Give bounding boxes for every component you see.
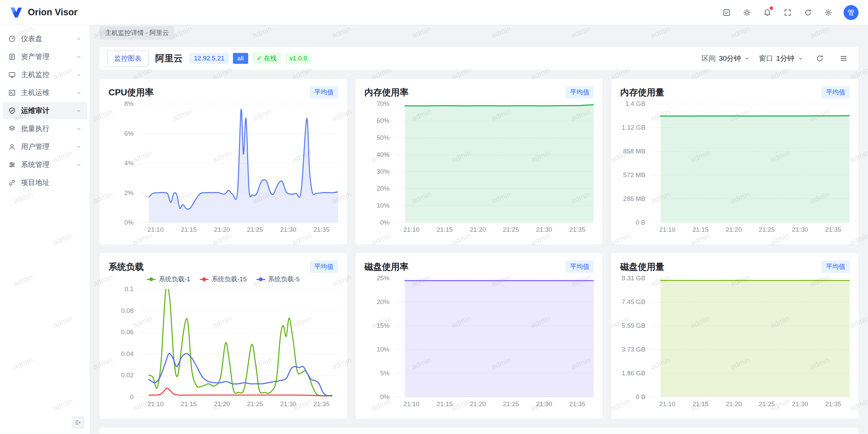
user-icon xyxy=(8,143,16,151)
y-axis-labels: 25%20%15%10%5%0% xyxy=(364,278,395,397)
sidebar-item-label: 用户管理 xyxy=(21,142,71,151)
y-tick-label: 0 xyxy=(130,393,134,401)
fullscreen-button[interactable] xyxy=(780,5,795,20)
brand[interactable]: Orion Visor xyxy=(9,6,78,19)
sidebar-item-user-mgmt[interactable]: 用户管理 xyxy=(3,138,87,155)
x-tick-label: 21:30 xyxy=(280,226,296,233)
settings-gear-icon xyxy=(824,8,832,17)
monitor-chart-button[interactable]: 监控图表 xyxy=(107,51,149,67)
chart-header: CPU使用率 平均值 xyxy=(108,86,338,98)
y-tick-label: 10% xyxy=(377,346,390,353)
host-tag: v1.0.0 xyxy=(285,53,312,64)
window-select[interactable]: 窗口 1分钟 xyxy=(759,54,804,63)
legend-label: 系统负载-1 xyxy=(159,275,190,284)
app-root: Orion Visor 管 仪表盘资产管理主机监控主机运维运维审计批量执行用户管… xyxy=(0,0,868,434)
chevron-down-icon xyxy=(797,55,804,61)
sidebar-item-host-monitor[interactable]: 主机监控 xyxy=(3,66,87,83)
chart-canvas xyxy=(139,104,338,222)
assets-icon xyxy=(8,53,16,61)
y-tick-label: 858 MB xyxy=(623,148,645,155)
chart-settings-button[interactable] xyxy=(836,51,851,66)
y-tick-label: 5.59 GB xyxy=(622,322,646,329)
chart-canvas xyxy=(395,278,594,397)
x-tick-label: 21:20 xyxy=(470,226,486,233)
y-axis-labels: 8%6%4%2%0% xyxy=(108,104,139,223)
audit-shield-icon xyxy=(8,107,16,115)
link-icon xyxy=(8,179,16,187)
check-square-icon xyxy=(723,8,731,17)
y-axis-labels: 70%60%50%40%30%20%10%0% xyxy=(364,104,395,223)
sidebar-item-assets[interactable]: 资产管理 xyxy=(3,48,87,65)
legend-item[interactable]: 系统负载-15 xyxy=(200,275,246,284)
x-tick-label: 21:25 xyxy=(503,400,519,408)
host-tag: ali xyxy=(233,53,248,64)
interval-label: 区间 xyxy=(702,54,716,63)
collapse-sidebar-button[interactable] xyxy=(72,416,84,429)
y-tick-label: 0 B xyxy=(636,219,646,226)
x-tick-label: 21:15 xyxy=(437,400,453,408)
refresh-icon xyxy=(816,54,824,62)
x-tick-label: 21:10 xyxy=(659,226,675,233)
legend-item[interactable]: 系统负载-5 xyxy=(256,275,300,284)
interval-value: 30分钟 xyxy=(719,54,741,63)
refresh-charts-button[interactable] xyxy=(812,51,827,66)
y-tick-label: 0.08 xyxy=(121,307,134,315)
x-tick-label: 21:15 xyxy=(181,400,197,408)
chart-area: 8%6%4%2%0% 21:1021:1521:2021:2521:3021:3… xyxy=(108,104,338,223)
charts-grid: CPU使用率 平均值 8%6%4%2%0% 21:1021:1521:2021:… xyxy=(100,79,859,419)
x-tick-label: 21:30 xyxy=(792,226,808,233)
host-toolbar: 监控图表 阿里云 12.92.5.21ali✓ 在线v1.0.0 区间 30分钟… xyxy=(100,47,859,70)
sidebar-item-label: 系统管理 xyxy=(21,160,71,169)
chevron-down-icon xyxy=(76,36,82,42)
sidebar-item-project-link[interactable]: 项目地址 xyxy=(3,174,87,191)
chart-header: 磁盘使用量 平均值 xyxy=(620,261,850,273)
x-tick-label: 21:25 xyxy=(247,400,263,408)
x-tick-label: 21:15 xyxy=(181,226,197,233)
x-tick-label: 21:25 xyxy=(247,226,263,233)
chart-title: 内存使用量 xyxy=(620,87,664,98)
theme-button[interactable] xyxy=(739,5,755,20)
y-tick-label: 0 B xyxy=(636,393,646,401)
notification-dot xyxy=(770,6,773,10)
sidebar-item-host-ops[interactable]: 主机运维 xyxy=(3,84,87,101)
collapse-menu-icon xyxy=(74,419,82,426)
header-actions: 管 xyxy=(719,5,859,20)
chart-area: 9.31 GB7.45 GB5.59 GB3.73 GB1.86 GB0 B 2… xyxy=(620,278,850,397)
breadcrumb: 主机监控详情 - 阿里云 xyxy=(90,25,868,41)
average-badge: 平均值 xyxy=(310,261,338,273)
breadcrumb-item[interactable]: 主机监控详情 - 阿里云 xyxy=(100,26,174,40)
sidebar: 仪表盘资产管理主机监控主机运维运维审计批量执行用户管理系统管理项目地址 xyxy=(0,25,90,434)
y-tick-label: 9.31 GB xyxy=(622,275,646,282)
sidebar-item-label: 运维审计 xyxy=(21,106,71,115)
sidebar-item-ops-audit[interactable]: 运维审计 xyxy=(3,102,87,119)
x-tick-label: 21:35 xyxy=(313,400,330,408)
y-tick-label: 25% xyxy=(377,275,390,282)
y-tick-label: 4% xyxy=(124,159,134,167)
interval-select[interactable]: 区间 30分钟 xyxy=(702,54,750,63)
average-badge: 平均值 xyxy=(822,261,850,273)
x-tick-label: 21:10 xyxy=(659,400,675,408)
x-tick-label: 21:10 xyxy=(147,226,164,233)
sidebar-item-system-mgmt[interactable]: 系统管理 xyxy=(3,156,87,173)
x-tick-label: 21:10 xyxy=(403,226,420,233)
y-tick-label: 60% xyxy=(377,117,390,125)
reload-button[interactable] xyxy=(800,5,816,20)
y-tick-label: 30% xyxy=(377,168,390,175)
chevron-down-icon xyxy=(76,108,82,114)
chart-area: 25%20%15%10%5%0% 21:1021:1521:2021:2521:… xyxy=(364,278,594,397)
sidebar-item-batch-exec[interactable]: 批量执行 xyxy=(3,120,87,137)
avatar[interactable]: 管 xyxy=(844,5,859,20)
sidebar-item-dashboard[interactable]: 仪表盘 xyxy=(3,30,87,47)
tasks-button[interactable] xyxy=(719,5,734,20)
y-tick-label: 15% xyxy=(377,322,390,329)
chart-canvas xyxy=(651,278,850,397)
chart-header: 磁盘使用率 平均值 xyxy=(364,261,594,273)
notifications-button[interactable] xyxy=(760,5,775,20)
settings-button[interactable] xyxy=(821,5,836,20)
legend-item[interactable]: 系统负载-1 xyxy=(147,275,190,284)
x-tick-label: 21:35 xyxy=(313,226,330,233)
y-tick-label: 572 MB xyxy=(623,171,645,179)
x-tick-label: 21:25 xyxy=(759,400,775,408)
y-tick-label: 20% xyxy=(377,298,390,306)
chart-plot: 21:1021:1521:2021:2521:3021:35 xyxy=(395,278,594,397)
